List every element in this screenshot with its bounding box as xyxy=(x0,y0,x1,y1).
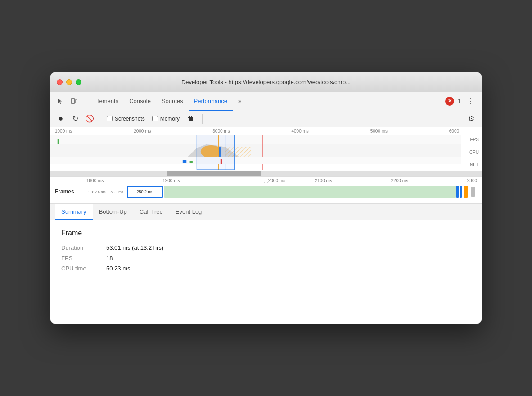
window-title: Developer Tools - https://developers.goo… xyxy=(181,79,351,86)
svg-rect-13 xyxy=(50,157,461,164)
summary-row-fps: FPS 18 xyxy=(61,255,471,261)
fps-label: FPS xyxy=(470,137,479,142)
overview-scrollbar-thumb[interactable] xyxy=(167,171,262,176)
frame-time-label-2: 53.0 ms xyxy=(109,190,125,194)
overview-scrollbar[interactable] xyxy=(50,171,482,176)
selected-frame-block[interactable]: 250.2 ms xyxy=(127,186,163,198)
error-icon: ✕ xyxy=(445,97,454,106)
time-label-6000: 6000 xyxy=(449,129,459,134)
zoom-time-row: 1800 ms 1900 ms 2000 ms 2100 ms 2200 ms … xyxy=(50,177,482,183)
more-options-icon[interactable]: ⋮ xyxy=(464,95,477,108)
tabs-right: ✕ 1 ⋮ xyxy=(445,95,478,108)
time-label-5000: 5000 ms xyxy=(370,129,449,134)
zoom-panel: 1800 ms 1900 ms 2000 ms 2100 ms 2200 ms … xyxy=(50,177,482,204)
frame-time-label-1: 1 812.6 ms xyxy=(86,190,107,194)
cpu-value: 50.23 ms xyxy=(106,265,130,272)
svg-rect-14 xyxy=(183,160,186,163)
summary-frame-title: Frame xyxy=(61,229,471,237)
toolbar-divider xyxy=(101,114,101,124)
svg-rect-15 xyxy=(190,161,193,163)
screenshots-checkbox[interactable] xyxy=(107,116,113,122)
svg-rect-3 xyxy=(50,135,461,144)
close-button[interactable] xyxy=(57,79,63,85)
title-bar: Developer Tools - https://developers.goo… xyxy=(50,72,482,92)
summary-panel: Frame Duration 53.01 ms (at 13.2 hrs) FP… xyxy=(50,220,482,324)
svg-rect-4 xyxy=(58,139,59,144)
cpu-key: CPU time xyxy=(61,265,106,272)
time-label-3000: 3000 ms xyxy=(212,129,291,134)
summary-row-duration: Duration 53.01 ms (at 13.2 hrs) xyxy=(61,244,471,251)
tab-console[interactable]: Console xyxy=(124,93,156,111)
net-label: NET xyxy=(470,162,479,167)
zoom-time-2200: 2200 ms xyxy=(391,178,467,183)
time-label-4000: 4000 ms xyxy=(291,129,370,134)
summary-row-cpu: CPU time 50.23 ms xyxy=(61,265,471,272)
frames-label: Frames xyxy=(55,189,74,195)
zoom-time-1900: 1900 ms xyxy=(162,178,239,183)
time-label-1000: 1000 ms xyxy=(55,129,134,134)
cursor-icon[interactable] xyxy=(54,95,67,108)
zoom-time-2100: 2100 ms xyxy=(315,178,391,183)
frames-row: Frames 1 812.6 ms 53.0 ms 250.2 ms xyxy=(50,184,482,199)
fps-key: FPS xyxy=(61,255,106,261)
trash-button[interactable]: 🗑 xyxy=(185,113,197,125)
frame-green-block[interactable] xyxy=(164,186,456,198)
tab-more[interactable]: » xyxy=(233,93,247,111)
device-icon[interactable] xyxy=(68,95,80,108)
tab-divider xyxy=(85,96,85,106)
frames-content: 1 812.6 ms 53.0 ms 250.2 ms xyxy=(86,185,475,198)
settings-area: ⚙ xyxy=(465,113,477,125)
frame-blue-block-2 xyxy=(460,186,462,198)
zoom-time-1800: 1800 ms xyxy=(86,178,162,183)
tab-performance[interactable]: Performance xyxy=(189,93,233,111)
svg-rect-5 xyxy=(50,144,461,157)
memory-checkbox-label[interactable]: Memory xyxy=(152,116,180,122)
maximize-button[interactable] xyxy=(76,79,81,85)
tab-summary[interactable]: Summary xyxy=(55,204,93,220)
tab-bottom-up[interactable]: Bottom-Up xyxy=(93,204,133,220)
zoom-time-2300: 2300 xyxy=(467,178,477,183)
cpu-label: CPU xyxy=(469,150,479,155)
overview-chart xyxy=(50,135,461,170)
bottom-tabs: Summary Bottom-Up Call Tree Event Log xyxy=(50,204,482,220)
clear-button[interactable]: 🚫 xyxy=(84,113,95,125)
devtools-window: Developer Tools - https://developers.goo… xyxy=(50,72,482,324)
error-count: 1 xyxy=(458,98,461,104)
minimize-button[interactable] xyxy=(66,79,72,85)
frame-orange-block xyxy=(464,186,468,198)
zoom-time-2000: 2000 ms xyxy=(239,178,315,183)
frame-blue-block-1 xyxy=(456,186,459,198)
duration-key: Duration xyxy=(61,244,106,251)
record-button[interactable]: ● xyxy=(55,113,67,125)
frame-scrollbar[interactable] xyxy=(471,187,475,197)
reload-record-button[interactable]: ↻ xyxy=(69,113,81,125)
tab-event-log[interactable]: Event Log xyxy=(169,204,208,220)
tab-sources[interactable]: Sources xyxy=(156,93,189,111)
perf-toolbar: ● ↻ 🚫 Screenshots Memory 🗑 ⚙ xyxy=(50,110,482,127)
svg-rect-17 xyxy=(197,135,234,170)
overview-panel[interactable]: 1000 ms 2000 ms 3000 ms 4000 ms 5000 ms … xyxy=(50,127,482,177)
overview-time-labels: 1000 ms 2000 ms 3000 ms 4000 ms 5000 ms … xyxy=(55,129,459,134)
duration-value: 53.01 ms (at 13.2 hrs) xyxy=(106,244,163,251)
zoom-dots: ... xyxy=(264,178,268,184)
devtools-tabbar: Elements Console Sources Performance » ✕… xyxy=(50,92,482,110)
memory-checkbox[interactable] xyxy=(152,116,158,122)
settings-button[interactable]: ⚙ xyxy=(465,113,477,125)
time-label-2000: 2000 ms xyxy=(134,129,212,134)
fps-value: 18 xyxy=(106,255,113,261)
traffic-lights xyxy=(57,79,81,85)
screenshots-checkbox-label[interactable]: Screenshots xyxy=(107,116,145,122)
tab-call-tree[interactable]: Call Tree xyxy=(133,204,169,220)
svg-rect-1 xyxy=(75,100,77,103)
tab-elements[interactable]: Elements xyxy=(89,93,124,111)
toolbar-divider2 xyxy=(202,114,203,124)
